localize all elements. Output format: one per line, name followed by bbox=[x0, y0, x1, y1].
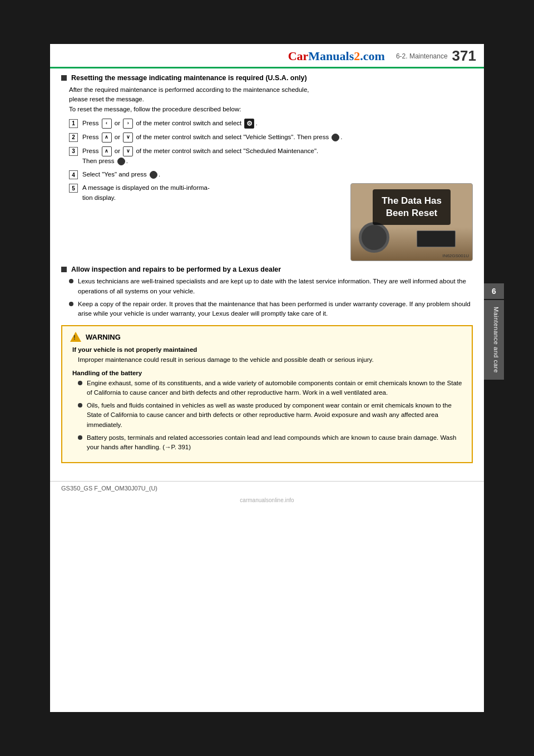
page-footer: GS350_GS F_OM_OM30J07U_(U) bbox=[50, 481, 484, 495]
chapter-number: 6 bbox=[484, 283, 504, 299]
intro-line-3: To reset the message, follow the procedu… bbox=[69, 105, 473, 114]
footer-text: GS350_GS F_OM_OM30J07U_(U) bbox=[61, 485, 157, 492]
warning-bullet-text-2: Oils, fuels and fluids contained in vehi… bbox=[87, 401, 464, 430]
bullet-text-1: Lexus technicians are well-trained speci… bbox=[78, 277, 473, 296]
chapter-label: Maintenance and care bbox=[484, 300, 504, 380]
bullet-item-1: Lexus technicians are well-trained speci… bbox=[69, 277, 473, 296]
bottom-watermark: carmanualsonline.info bbox=[50, 495, 484, 505]
arrow-right-icon: › bbox=[123, 119, 133, 129]
step-5-row: 5 A message is displayed on the multi-in… bbox=[69, 183, 473, 261]
page-container: CarManuals2.com 6-2. Maintenance 371 6 M… bbox=[50, 44, 484, 712]
warning-sub1-intro: Improper maintenance could result in ser… bbox=[78, 355, 464, 365]
warning-bullet-dot-1 bbox=[78, 381, 82, 385]
warning-bullet-1: Engine exhaust, some of its constituents… bbox=[78, 379, 464, 398]
dashboard-image: The Data Has Been Reset IN62GS001U bbox=[350, 183, 473, 261]
step-num-4: 4 bbox=[69, 170, 78, 179]
warning-bullet-dot-3 bbox=[78, 435, 82, 440]
step-4: 4 Select "Yes" and press . bbox=[69, 170, 473, 179]
warning-box: WARNING If your vehicle is not properly … bbox=[61, 325, 473, 463]
step-num-1: 1 bbox=[69, 119, 78, 128]
section-label: 6-2. Maintenance bbox=[396, 52, 448, 60]
warning-sub-1: If your vehicle is not properly maintain… bbox=[70, 346, 464, 365]
steering-wheel-icon bbox=[359, 222, 389, 253]
warning-sub1-heading: If your vehicle is not properly maintain… bbox=[70, 346, 464, 353]
warning-bullet-2: Oils, fuels and fluids contained in vehi… bbox=[78, 401, 464, 430]
gear-icon: ⚙ bbox=[244, 119, 254, 129]
page-number: 371 bbox=[452, 47, 476, 65]
step-3-content: Press ∧ or ∨ of the meter control switch… bbox=[82, 146, 473, 166]
arrow-down-icon-2: ∨ bbox=[123, 132, 133, 143]
arrow-left-icon: ‹ bbox=[102, 119, 112, 129]
bullet-dot-icon-2 bbox=[69, 302, 73, 306]
step-num-5: 5 bbox=[69, 184, 78, 193]
step-1: 1 Press ‹ or › of the meter control swit… bbox=[69, 119, 473, 129]
intro-line-2: please reset the message. bbox=[69, 95, 473, 104]
step-4-content: Select "Yes" and press . bbox=[82, 170, 473, 179]
heading-square-icon bbox=[61, 75, 67, 81]
main-content: Resetting the message indicating mainten… bbox=[50, 68, 484, 472]
step-num-3: 3 bbox=[69, 147, 78, 156]
section1-heading: Resetting the message indicating mainten… bbox=[61, 74, 473, 82]
dot-icon-3 bbox=[117, 158, 125, 165]
warning-title: WARNING bbox=[70, 332, 464, 342]
intro-text: After the required maintenance is perfor… bbox=[69, 85, 473, 114]
step-2: 2 Press ∧ or ∨ of the meter control swit… bbox=[69, 132, 473, 143]
warning-triangle-icon bbox=[70, 332, 81, 342]
section2: Allow inspection and repairs to be perfo… bbox=[61, 266, 473, 318]
warning-bullet-dot-2 bbox=[78, 403, 82, 408]
step-2-content: Press ∧ or ∨ of the meter control switch… bbox=[82, 132, 473, 143]
warning-sub2-heading: Handling of the battery bbox=[70, 370, 464, 376]
intro-line-1: After the required maintenance is perfor… bbox=[69, 85, 473, 95]
bullet-item-2: Keep a copy of the repair order. It prov… bbox=[69, 300, 473, 319]
dashboard-image-container: The Data Has Been Reset IN62GS001U bbox=[350, 183, 473, 261]
page-header: CarManuals2.com 6-2. Maintenance 371 bbox=[50, 44, 484, 68]
steps-section: After the required maintenance is perfor… bbox=[69, 85, 473, 261]
dash-screen-icon bbox=[417, 230, 456, 247]
bullet-text-2: Keep a copy of the repair order. It prov… bbox=[78, 300, 473, 319]
warning-sub-2: Handling of the battery Engine exhaust, … bbox=[70, 370, 464, 453]
warning-bullet-text-1: Engine exhaust, some of its constituents… bbox=[87, 379, 464, 398]
header-right: CarManuals2.com 6-2. Maintenance 371 bbox=[288, 47, 476, 65]
dot-icon-2 bbox=[332, 134, 339, 141]
step-3: 3 Press ∧ or ∨ of the meter control swit… bbox=[69, 146, 473, 166]
step-1-content: Press ‹ or › of the meter control switch… bbox=[82, 119, 473, 129]
warning-sub2-bullets: Engine exhaust, some of its constituents… bbox=[78, 379, 464, 453]
step-5-content: A message is displayed on the multi-info… bbox=[82, 183, 345, 203]
section2-heading: Allow inspection and repairs to be perfo… bbox=[61, 266, 473, 273]
image-id: IN62GS001U bbox=[442, 253, 469, 258]
dot-icon-4 bbox=[150, 171, 157, 179]
arrow-down-icon-3: ∨ bbox=[123, 146, 133, 156]
dashboard-message: The Data Has Been Reset bbox=[373, 189, 451, 225]
bullet-dot-icon-1 bbox=[69, 279, 73, 283]
warning-bullet-text-3: Battery posts, terminals and related acc… bbox=[87, 433, 464, 453]
arrow-up-icon-2: ∧ bbox=[102, 132, 112, 143]
warning-bullet-3: Battery posts, terminals and related acc… bbox=[78, 433, 464, 453]
section2-bullets: Lexus technicians are well-trained speci… bbox=[69, 277, 473, 318]
logo: CarManuals2.com bbox=[288, 49, 385, 63]
step-num-2: 2 bbox=[69, 133, 78, 142]
heading-square-icon-2 bbox=[61, 267, 67, 272]
arrow-up-icon-3: ∧ bbox=[102, 146, 112, 156]
